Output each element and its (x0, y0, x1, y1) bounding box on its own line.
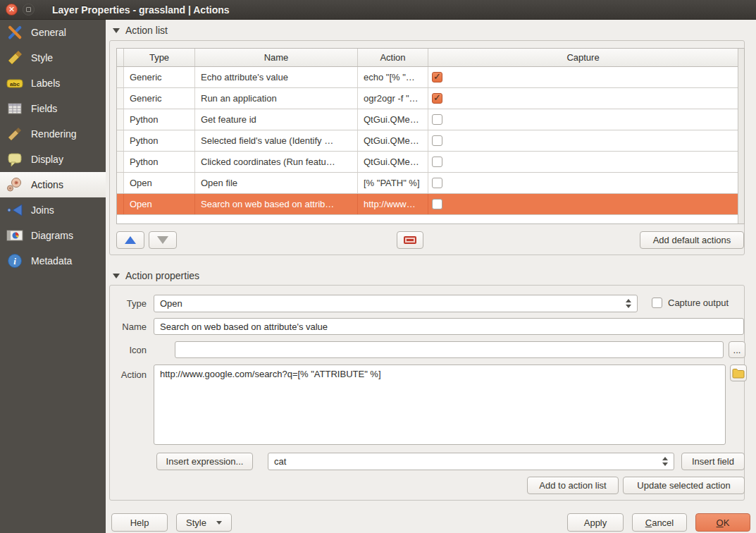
arrow-up-icon (125, 236, 136, 244)
sidebar-item-metadata[interactable]: iMetadata (0, 248, 106, 274)
column-header-action[interactable]: Action (358, 49, 428, 66)
type-cell: Open (124, 173, 195, 193)
action-table-header: TypeNameActionCapture (117, 49, 738, 67)
abc-label-icon: abc (6, 75, 23, 92)
icon-browse-button[interactable]: ... (729, 341, 745, 358)
table-row[interactable]: GenericRun an applicationogr2ogr -f "… (117, 88, 738, 109)
table-row[interactable]: PythonGet feature idQtGui.QMe… (117, 109, 738, 130)
sidebar-item-label: Display (31, 154, 63, 165)
sidebar-item-style[interactable]: Style (0, 45, 106, 71)
capture-output-checkbox[interactable] (652, 298, 662, 308)
name-cell: Echo attribute's value (195, 67, 358, 87)
type-cell: Generic (124, 88, 195, 109)
action-cell: ogr2ogr -f "… (358, 88, 428, 109)
name-label: Name (111, 321, 147, 332)
sidebar-item-fields[interactable]: Fields (0, 96, 106, 121)
ok-button[interactable]: OK (695, 513, 750, 532)
sidebar-item-label: Style (31, 52, 53, 63)
row-stub (117, 173, 124, 193)
arrow-down-icon (157, 236, 168, 244)
maximize-window-icon[interactable] (23, 4, 35, 16)
update-selected-action-button[interactable]: Update selected action (623, 477, 745, 494)
cancel-button[interactable]: Cancel (632, 513, 687, 532)
capture-checkbox[interactable] (432, 114, 442, 125)
close-window-icon[interactable]: ✕ (6, 4, 18, 16)
table-row[interactable]: OpenOpen file[% "PATH" %] (117, 173, 738, 194)
icon-input[interactable] (175, 341, 724, 358)
name-input-value: Search on web based on attribute's value (160, 321, 328, 332)
sidebar-item-label: Metadata (31, 255, 72, 266)
chart-icon (6, 227, 23, 244)
sidebar: GeneralStyleabcLabelsFieldsRenderingDisp… (0, 20, 106, 533)
type-label: Type (111, 298, 147, 309)
type-combobox[interactable]: Open (154, 295, 638, 312)
brush-icon (6, 125, 23, 142)
column-header-capture[interactable]: Capture (428, 49, 738, 66)
action-file-browse-button[interactable] (730, 364, 747, 381)
action-table-body: GenericEcho attribute's valueecho "[% "…… (117, 67, 744, 215)
action-properties-group-header[interactable]: Action properties (113, 270, 199, 281)
capture-checkbox[interactable] (432, 93, 442, 104)
sidebar-item-labels[interactable]: abcLabels (0, 71, 106, 96)
speech-bubble-icon (6, 151, 23, 168)
column-header-type[interactable]: Type (124, 49, 195, 66)
insert-field-button[interactable]: Insert field (681, 453, 745, 470)
svg-text:i: i (13, 256, 16, 266)
spinner-arrows-icon (662, 457, 668, 466)
table-row[interactable]: OpenSearch on web based on attrib…http:/… (117, 194, 738, 215)
action-cell: QtGui.QMe… (358, 130, 428, 151)
sidebar-item-diagrams[interactable]: Diagrams (0, 223, 106, 248)
name-cell: Get feature id (195, 109, 358, 130)
table-row[interactable]: PythonSelected field's value (Identify …… (117, 130, 738, 152)
capture-output-row: Capture output (652, 298, 729, 308)
insert-expression-button[interactable]: Insert expression... (156, 453, 253, 470)
capture-checkbox[interactable] (432, 178, 442, 188)
action-label: Action (111, 369, 147, 380)
move-down-button[interactable] (149, 231, 177, 249)
capture-checkbox[interactable] (432, 135, 442, 146)
remove-action-button[interactable] (397, 231, 423, 249)
sidebar-item-actions[interactable]: Actions (0, 172, 106, 197)
sidebar-item-display[interactable]: Display (0, 147, 106, 172)
name-cell: Run an application (195, 88, 358, 109)
action-list-group-header[interactable]: Action list (113, 25, 168, 36)
type-cell: Python (124, 109, 195, 130)
sidebar-item-joins[interactable]: Joins (0, 197, 106, 223)
add-default-actions-button[interactable]: Add default actions (640, 231, 744, 249)
sidebar-item-label: Joins (31, 204, 54, 216)
table-row[interactable]: PythonClicked coordinates (Run featu…QtG… (117, 152, 738, 173)
capture-cell (428, 152, 738, 172)
row-stub (117, 67, 124, 87)
capture-checkbox[interactable] (432, 157, 442, 167)
dropdown-arrow-icon (216, 521, 222, 525)
apply-button[interactable]: Apply (567, 513, 624, 532)
sidebar-item-rendering[interactable]: Rendering (0, 121, 106, 147)
capture-checkbox[interactable] (432, 199, 442, 209)
capture-cell (428, 194, 738, 214)
table-row[interactable]: GenericEcho attribute's valueecho "[% "… (117, 67, 738, 88)
name-cell: Open file (195, 173, 358, 193)
field-combobox[interactable]: cat (268, 453, 674, 470)
action-cell: QtGui.QMe… (358, 109, 428, 130)
help-button[interactable]: Help (111, 513, 168, 532)
svg-text:abc: abc (10, 81, 20, 87)
column-header-name[interactable]: Name (195, 49, 358, 66)
window-title: Layer Properties - grassland | Actions (52, 4, 230, 16)
style-menu-label: Style (186, 517, 206, 528)
capture-checkbox[interactable] (432, 72, 442, 82)
action-textarea[interactable]: http://www.google.com/search?q=[% "ATTRI… (154, 364, 726, 445)
sidebar-item-general[interactable]: General (0, 20, 106, 45)
move-up-button[interactable] (116, 231, 144, 249)
field-combobox-value: cat (274, 456, 286, 467)
info-icon: i (6, 252, 23, 269)
type-cell: Python (124, 152, 195, 172)
style-menu-button[interactable]: Style (176, 513, 232, 532)
table-vertical-scrollbar[interactable] (738, 49, 744, 223)
capture-cell (428, 109, 738, 130)
action-list-title: Action list (125, 25, 168, 36)
add-to-action-list-button[interactable]: Add to action list (527, 477, 619, 494)
sidebar-item-label: Fields (31, 103, 57, 114)
name-input[interactable]: Search on web based on attribute's value (154, 318, 744, 335)
tools-icon (6, 24, 23, 41)
row-stub (117, 130, 124, 151)
